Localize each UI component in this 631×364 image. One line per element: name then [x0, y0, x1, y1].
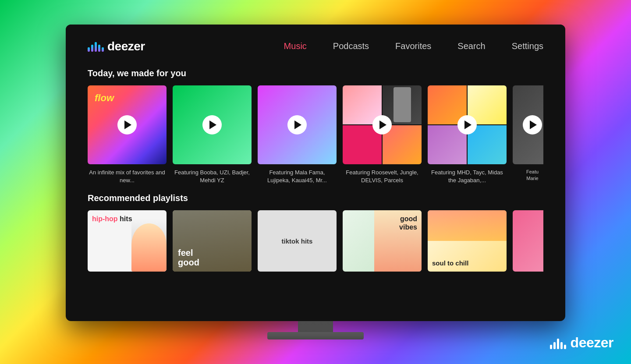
bar1 [88, 47, 90, 52]
navigation: deezer Music Podcasts Favorites Search S… [66, 25, 565, 68]
today-cards-row: flow An infinite mix of favorites and ne… [88, 85, 543, 184]
nav-favorites[interactable]: Favorites [395, 41, 431, 51]
bar4 [98, 45, 100, 52]
brand-bar2 [553, 342, 556, 349]
logo-text: deezer [107, 39, 145, 53]
green-card[interactable]: Featuring Booba, UZI, Badjer, Mehdi YZ [173, 85, 252, 184]
partial-card-desc: FeatuMarie [513, 169, 543, 182]
collage2-card-image [428, 85, 507, 164]
feelgood-label: feelgood [178, 248, 199, 267]
flow-card-image: flow [88, 85, 167, 164]
section-today-title: Today, we made for you [88, 68, 543, 78]
flow-card-desc: An infinite mix of favorites and new... [88, 169, 167, 184]
green-card-image [173, 85, 252, 164]
purple-card-image [258, 85, 337, 164]
tv-container: deezer Music Podcasts Favorites Search S… [66, 25, 565, 340]
nav-podcasts[interactable]: Podcasts [333, 41, 369, 51]
section-playlists-title: Recommended playlists [88, 193, 543, 203]
logo-icon [88, 41, 104, 52]
green-card-desc: Featuring Booba, UZI, Badjer, Mehdi YZ [173, 169, 252, 184]
collage2-card[interactable]: Featuring MHD, Tayc, Midas the Jagaban,.… [428, 85, 507, 184]
brand-bar4 [560, 342, 563, 349]
brand-bar1 [550, 345, 552, 349]
tiktok-label: tiktok hits [282, 237, 313, 244]
brand-bar5 [564, 345, 566, 349]
brand-text: deezer [571, 335, 613, 351]
nav-links: Music Podcasts Favorites Search Settings [284, 41, 543, 51]
bar5 [102, 47, 104, 52]
playlist-cards-row: hip-hop hits feelgood tiktok [88, 210, 543, 272]
partial-card-image [513, 85, 543, 164]
brand-bars-icon [550, 337, 566, 349]
tiktok-card[interactable]: tiktok hits [258, 210, 337, 272]
collage1-card[interactable]: Featuring Roosevelt, Jungle, DELVIS, Par… [343, 85, 422, 184]
tv-stand-neck [298, 321, 333, 332]
collage2-play-button[interactable] [457, 115, 477, 134]
bottom-brand: deezer [550, 335, 613, 351]
purple-card-desc: Featuring Mala Fama, Lujipeka, Kauai45, … [258, 169, 337, 184]
bar2 [91, 45, 93, 52]
hiphop-label: hip-hop hits [92, 215, 132, 223]
feelgood-card[interactable]: feelgood [173, 210, 252, 272]
section-today: Today, we made for you flow An infinite … [88, 68, 543, 184]
collage1-card-desc: Featuring Roosevelt, Jungle, DELVIS, Par… [343, 169, 422, 184]
bar3 [95, 42, 97, 52]
partial-card[interactable]: FeatuMarie [513, 85, 543, 184]
partial-play-button[interactable] [523, 115, 542, 134]
main-content: Today, we made for you flow An infinite … [66, 68, 565, 272]
purple-card[interactable]: Featuring Mala Fama, Lujipeka, Kauai45, … [258, 85, 337, 184]
nav-music[interactable]: Music [284, 41, 307, 51]
flow-label: flow [95, 92, 114, 104]
hiphop-card[interactable]: hip-hop hits [88, 210, 167, 272]
logo: deezer [88, 39, 145, 53]
goodvibes-card[interactable]: goodvibes [343, 210, 422, 272]
nav-search[interactable]: Search [457, 41, 485, 51]
flow-play-button[interactable] [117, 115, 137, 134]
green-play-button[interactable] [202, 115, 222, 134]
tv-screen: deezer Music Podcasts Favorites Search S… [66, 25, 565, 321]
collage1-play-button[interactable] [372, 115, 392, 134]
pink-card[interactable] [513, 210, 543, 272]
purple-play-button[interactable] [287, 115, 307, 134]
flow-card[interactable]: flow An infinite mix of favorites and ne… [88, 85, 167, 184]
soul-label: soul to chill [432, 259, 468, 267]
brand-bar3 [557, 339, 559, 349]
goodvibes-label: goodvibes [399, 215, 417, 231]
collage2-card-desc: Featuring MHD, Tayc, Midas the Jagaban,.… [428, 169, 507, 184]
tv-stand-base [267, 332, 364, 340]
soul-card[interactable]: soul to chill [428, 210, 507, 272]
nav-settings[interactable]: Settings [512, 41, 543, 51]
section-playlists: Recommended playlists hip-hop hits [88, 193, 543, 272]
collage1-card-image [343, 85, 422, 164]
